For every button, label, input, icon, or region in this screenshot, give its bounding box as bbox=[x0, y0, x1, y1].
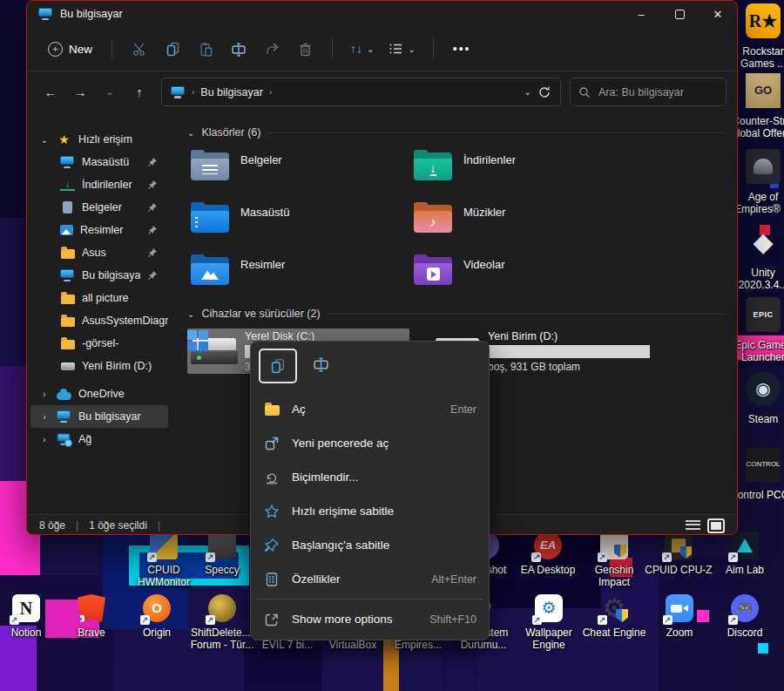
menu-item-shortcut: Shift+F10 bbox=[429, 613, 476, 626]
shiftdelete-icon: ↗ bbox=[208, 594, 236, 622]
maximize-button[interactable] bbox=[660, 1, 699, 27]
sidebar-item-gorsel[interactable]: -görsel- bbox=[30, 332, 168, 355]
breadcrumb-this-pc[interactable]: Bu bilgisayar bbox=[200, 86, 263, 98]
context-menu-quick-actions bbox=[255, 347, 484, 392]
sidebar-item-yeni-birim-d[interactable]: Yeni Birim (D:) bbox=[30, 355, 168, 377]
desktop-icon-genshin-impact[interactable]: ↗ Genshin Impact bbox=[578, 532, 651, 588]
folder-tile-belgeler[interactable]: Belgeler bbox=[187, 149, 410, 191]
delete-button[interactable] bbox=[288, 34, 321, 64]
sidebar-item-bu-bilgisayar[interactable]: › Bu bilgisayar bbox=[30, 405, 168, 428]
desktop-icon-discord[interactable]: 🎮↗ Discord bbox=[708, 594, 781, 639]
folders-section-header[interactable]: ⌄ Klasörler (6) bbox=[187, 126, 725, 139]
sidebar-item-masaustu[interactable]: Masaüstü bbox=[30, 151, 168, 173]
monitor-icon bbox=[60, 269, 75, 282]
sidebar-item-onedrive[interactable]: › OneDrive bbox=[30, 383, 168, 405]
desktop-icon-shiftdelete[interactable]: ↗ ShiftDelete.... Forum - Tür... bbox=[186, 594, 259, 651]
status-separator: | bbox=[158, 519, 160, 532]
recent-locations-button[interactable]: ⌄ bbox=[97, 79, 123, 105]
up-button[interactable]: ↑ bbox=[126, 79, 152, 105]
folder-tile-masaustu[interactable]: Masaüstü bbox=[187, 201, 410, 243]
item-count: 8 öğe bbox=[39, 519, 65, 532]
rename-button[interactable] bbox=[222, 34, 255, 64]
desktop-icon-origin[interactable]: O↗ Origin bbox=[120, 594, 193, 639]
sidebar-item-ag[interactable]: › Ağ bbox=[30, 428, 168, 451]
menu-item-pin-to-start[interactable]: Başlangıç'a sabitle bbox=[255, 528, 484, 562]
desktop-icon-aim-lab[interactable]: ↗ Aim Lab bbox=[708, 532, 781, 576]
chevron-right-icon[interactable]: › bbox=[39, 390, 50, 399]
menu-item-pin-quick-access[interactable]: Hızlı erişime sabitle bbox=[255, 494, 484, 528]
sidebar-item-asus[interactable]: Asus bbox=[30, 241, 168, 264]
breadcrumb-separator: › bbox=[192, 87, 194, 97]
sidebar-item-resimler[interactable]: Resimler bbox=[30, 219, 168, 241]
cut-button[interactable] bbox=[123, 34, 156, 64]
music-folder-icon: ♪ bbox=[414, 203, 452, 233]
minimize-button[interactable]: – bbox=[622, 1, 660, 27]
address-bar[interactable]: › Bu bilgisayar › ⌄ bbox=[161, 78, 561, 106]
pin-icon bbox=[147, 247, 158, 258]
folder-tile-muzikler[interactable]: ♪ Müzikler bbox=[410, 201, 633, 243]
desktop-icon-zoom[interactable]: ↗ Zoom bbox=[643, 594, 716, 639]
menu-item-format[interactable]: Biçimlendir... bbox=[255, 460, 484, 494]
desktop-icon-wallpaper-engine[interactable]: ↗ Wallpaper Engine bbox=[512, 594, 585, 651]
copy-button[interactable] bbox=[156, 34, 189, 64]
folder-label: Masaüstü bbox=[240, 206, 289, 219]
share-button[interactable] bbox=[255, 34, 288, 64]
address-dropdown-icon[interactable]: ⌄ bbox=[524, 87, 531, 97]
chevron-down-icon: ⌄ bbox=[187, 128, 194, 138]
sidebar-item-quick-access[interactable]: ⌄ ★ Hızlı erişim bbox=[30, 128, 168, 151]
menu-item-properties[interactable]: Özellikler Alt+Enter bbox=[255, 562, 484, 596]
star-icon bbox=[263, 504, 280, 519]
selected-count: 1 öğe seçildi bbox=[89, 519, 147, 532]
folder-tile-videolar[interactable]: Videolar bbox=[410, 254, 633, 295]
folder-tile-resimler[interactable]: Resimler bbox=[187, 254, 410, 295]
sidebar-item-all-picture[interactable]: all picture bbox=[30, 287, 168, 309]
menu-item-label: Hızlı erişime sabitle bbox=[292, 505, 465, 518]
sidebar-item-belgeler[interactable]: Belgeler bbox=[30, 196, 168, 219]
close-button[interactable]: ✕ bbox=[699, 1, 737, 27]
search-box[interactable] bbox=[570, 78, 727, 106]
paste-button[interactable] bbox=[189, 34, 222, 64]
monitor-icon bbox=[57, 410, 71, 423]
back-button[interactable]: ← bbox=[37, 79, 64, 105]
rename-quick-button[interactable] bbox=[304, 349, 339, 380]
copy-quick-button[interactable] bbox=[259, 349, 297, 383]
control-icon: CONTROL bbox=[746, 447, 781, 482]
pin-icon bbox=[147, 270, 158, 281]
menu-item-show-more-options[interactable]: Show more options Shift+F10 bbox=[255, 602, 484, 636]
open-new-window-icon bbox=[263, 436, 280, 451]
desktop-icon-label: Zoom bbox=[643, 627, 716, 639]
sidebar-item-asussystemdiagnosis[interactable]: AsusSystemDiagnos bbox=[30, 309, 168, 332]
desktop-icon-cpu-z[interactable]: ↗ CPUID CPU-Z bbox=[642, 532, 715, 576]
menu-item-open-new-window[interactable]: Yeni pencerede aç bbox=[255, 426, 484, 460]
chevron-right-icon[interactable]: › bbox=[39, 412, 50, 422]
forward-button[interactable]: → bbox=[67, 79, 93, 105]
videos-folder-icon bbox=[414, 255, 452, 285]
sort-button[interactable]: ↑↓ ⌄ bbox=[343, 34, 381, 64]
desktop-icon-cheat-engine[interactable]: ↗ Cheat Engine bbox=[578, 594, 651, 639]
shortcut-arrow-icon: ↗ bbox=[598, 615, 607, 625]
search-input[interactable] bbox=[597, 85, 700, 99]
view-list-icon bbox=[388, 41, 403, 57]
large-icons-view-button[interactable] bbox=[707, 518, 725, 533]
sidebar-item-indirilenler[interactable]: ↓ İndirilenler bbox=[30, 173, 168, 196]
chevron-right-icon[interactable]: › bbox=[39, 435, 50, 444]
titlebar[interactable]: Bu bilgisayar – ✕ bbox=[27, 1, 737, 27]
folder-icon bbox=[60, 315, 75, 328]
pin-icon bbox=[263, 538, 280, 553]
more-options-button[interactable]: ••• bbox=[444, 42, 480, 56]
sidebar-item-label: Bu bilgisayar bbox=[82, 269, 140, 281]
desktop-icon-ea-desktop[interactable]: EA↗ EA Desktop bbox=[511, 532, 585, 576]
details-view-button[interactable] bbox=[686, 520, 700, 532]
desktop-icon-brave[interactable]: ↗ Brave bbox=[55, 594, 128, 639]
refresh-icon[interactable] bbox=[537, 85, 551, 99]
sidebar-item-label: Hızlı erişim bbox=[78, 133, 168, 146]
new-button[interactable]: + New bbox=[39, 37, 101, 62]
desktop-icon-notion[interactable]: N↗ Notion bbox=[0, 594, 63, 639]
menu-item-open[interactable]: Aç Enter bbox=[255, 392, 484, 426]
folder-tile-indirilenler[interactable]: ↓ İndirilenler bbox=[410, 149, 633, 191]
this-pc-icon bbox=[171, 86, 186, 98]
desktop-icon-speccy[interactable]: ↗ Speccy bbox=[186, 532, 259, 576]
drives-section-header[interactable]: ⌄ Cihazlar ve sürücüler (2) bbox=[187, 308, 725, 320]
view-button[interactable]: ⌄ bbox=[381, 34, 422, 64]
sidebar-item-bu-bilgisayar-pinned[interactable]: Bu bilgisayar bbox=[30, 264, 168, 287]
